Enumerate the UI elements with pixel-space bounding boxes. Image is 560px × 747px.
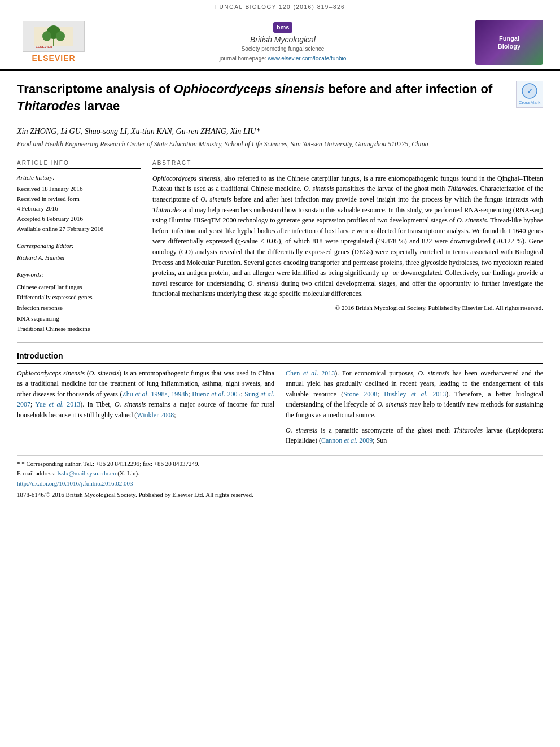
divider-1 [17,342,543,343]
keyword-tcm: Traditional Chinese medicine [17,324,141,334]
svg-text:ELSEVIER: ELSEVIER [36,45,53,49]
ref-bushley[interactable]: Bushley et al. 2013 [384,390,446,398]
footnote-email-label: E-mail address: [17,470,57,477]
ref-zhu1998[interactable]: Zhu et al. 1998a, 1998b [122,390,188,398]
bms-society-name: British Mycological [90,34,475,46]
intro-right-text-2: O. sinensis is a parasitic ascomycete of… [286,425,543,446]
footnote-issn: 1878-6146/© 2016 British Mycological Soc… [17,491,543,499]
fungal-biology-logo: FungalBiology [475,20,543,65]
received-revised-date: 4 February 2016 [17,204,141,214]
corr-editor-name: Richard A. Humber [17,253,141,263]
keyword-infection: Infection response [17,303,141,313]
footnote-corresponding: * * Corresponding author. Tel.: +86 20 8… [17,459,543,469]
copyright-line: © 2016 British Mycological Society. Publ… [152,304,543,312]
abstract-text: Ophiocordyceps sinensis, also referred t… [152,173,543,299]
svg-point-4 [56,31,65,41]
footnote-email-link[interactable]: lsslx@mail.sysu.edu.cn [57,470,116,477]
footnote-section: * * Corresponding author. Tel.: +86 20 8… [17,455,543,500]
header-section: ELSEVIER ELSEVIER bms British Mycologica… [0,14,560,71]
available-online: Available online 27 February 2016 [17,224,141,234]
keyword-chinese-caterpillar: Chinese caterpillar fungus [17,282,141,292]
history-label: Article history: [17,173,141,182]
ref-buenz[interactable]: Buenz et al. 2005 [192,390,240,398]
abstract-section-label: ABSTRACT [152,159,543,169]
main-content: ARTICLE INFO Article history: Received 1… [0,152,560,334]
article-history-block: Article history: Received 18 January 201… [17,173,141,234]
elsevier-logo: ELSEVIER ELSEVIER [17,21,90,64]
footnote-doi: http://dx.doi.org/10.1016/j.funbio.2016.… [17,479,543,489]
footnote-email-owner: (X. Liu). [117,470,139,477]
title-section: Transcriptome analysis of Ophiocordyceps… [0,71,560,120]
ref-stone[interactable]: Stone 2008 [343,390,377,398]
abstract-column: ABSTRACT Ophiocordyceps sinensis, also r… [152,159,543,334]
intro-right-col: Chen et al. 2013). For economical purpos… [286,368,543,446]
top-bar: FUNGAL BIOLOGY 120 (2016) 819–826 [0,0,560,14]
intro-right-text: Chen et al. 2013). For economical purpos… [286,368,543,421]
intro-left-text: Ophiocordyceps sinensis (O. sinensis) is… [17,368,274,421]
article-info-column: ARTICLE INFO Article history: Received 1… [17,159,141,334]
authors-list: Xin ZHONG, Li GU, Shao-song LI, Xu-tian … [17,126,543,137]
elsevier-image: ELSEVIER [23,21,85,52]
elsevier-wordmark: ELSEVIER [32,53,75,64]
journal-homepage-link[interactable]: www.elsevier.com/locate/funbio [268,55,346,62]
intro-columns: Ophiocordyceps sinensis (O. sinensis) is… [17,368,543,446]
crossmark-logo: ✓ CrossMark [516,81,543,108]
bms-tagline: Society promoting fungal science [90,45,475,53]
ref-chen[interactable]: Chen et al. 2013 [286,369,335,377]
corresponding-editor-block: Corresponding Editor: Richard A. Humber [17,242,141,263]
introduction-heading: Introduction [17,351,543,364]
article-info-section-label: ARTICLE INFO [17,159,141,169]
svg-point-3 [42,31,51,41]
journal-reference: FUNGAL BIOLOGY 120 (2016) 819–826 [215,4,345,10]
bms-badge: bms [273,22,293,33]
authors-section: Xin ZHONG, Li GU, Shao-song LI, Xu-tian … [0,120,560,152]
center-logo-block: bms British Mycological Society promotin… [90,22,475,63]
footnote-email-line: E-mail address: lsslx@mail.sysu.edu.cn (… [17,469,543,479]
received-date-1: Received 18 January 2016 [17,184,141,194]
footnote-tel: * Corresponding author. Tel.: +86 20 841… [21,460,199,467]
svg-text:✓: ✓ [527,87,533,95]
footnote-star: * [17,460,21,467]
keyword-deg: Differentially expressed genes [17,292,141,303]
received-revised-label: Received in revised form [17,194,141,204]
corr-editor-label: Corresponding Editor: [17,242,141,250]
journal-homepage: journal homepage: www.elsevier.com/locat… [90,55,475,63]
introduction-section: Introduction Ophiocordyceps sinensis (O.… [0,351,560,446]
ref-cannon[interactable]: Cannon et al. 2009 [321,436,373,444]
accepted-date: Accepted 6 February 2016 [17,214,141,224]
ref-winkler[interactable]: Winkler 2008 [137,411,174,419]
footnote-doi-link[interactable]: http://dx.doi.org/10.1016/j.funbio.2016.… [17,480,133,487]
ref-yue[interactable]: Yue et al. 2013 [35,400,80,408]
affiliation: Food and Health Engineering Research Cen… [17,139,543,149]
journal-homepage-label: journal homepage: [220,55,266,62]
keywords-label: Keywords: [17,270,141,279]
keyword-rna: RNA sequencing [17,313,141,324]
keywords-block: Keywords: Chinese caterpillar fungus Dif… [17,270,141,334]
intro-left-col: Ophiocordyceps sinensis (O. sinensis) is… [17,368,274,446]
paper-title: Transcriptome analysis of Ophiocordyceps… [17,81,510,114]
